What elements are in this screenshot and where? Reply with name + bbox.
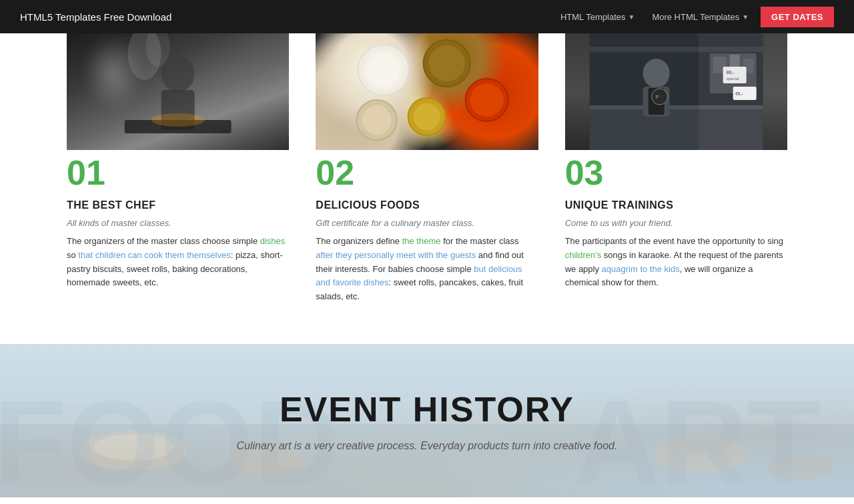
card-image-spices <box>316 33 538 150</box>
navbar-brand[interactable]: HTML5 Templates Free Download <box>20 11 171 23</box>
card-subtitle-2: Gift certificate for a culinary master c… <box>316 218 538 228</box>
nav-item-more-html-templates[interactable]: More HTML Templates ▼ <box>647 9 754 25</box>
card-subtitle-3: Come to us with your friend. <box>565 218 787 228</box>
card-title-1: THE BEST CHEF <box>67 199 289 211</box>
event-history-title: EVENT HISTORY <box>237 389 618 429</box>
card-delicious-foods: 02 DELICIOUS FOODS Gift certificate for … <box>316 33 538 304</box>
card-title-3: UNIQUE TRAININGS <box>565 199 787 211</box>
nav-label-html-templates: HTML Templates <box>560 12 626 22</box>
svg-rect-24 <box>589 105 763 109</box>
event-history-subtitle: Culinary art is a very creative process.… <box>237 440 618 452</box>
card-best-chef: 01 THE BEST CHEF All kinds of master cla… <box>67 33 289 304</box>
svg-text:89,-: 89,- <box>726 70 735 75</box>
chevron-down-icon-2: ▼ <box>742 13 749 21</box>
card-body-3: The participants of the event have the o… <box>565 235 787 290</box>
cards-grid: 01 THE BEST CHEF All kinds of master cla… <box>67 33 787 304</box>
svg-point-2 <box>161 55 195 92</box>
card-number-2: 02 <box>316 155 538 190</box>
svg-point-8 <box>368 54 400 86</box>
svg-rect-23 <box>589 107 763 150</box>
svg-rect-21 <box>729 55 739 73</box>
card-number-3: 03 <box>565 155 787 190</box>
nav-label-more-html-templates: More HTML Templates <box>652 12 739 22</box>
svg-point-14 <box>362 105 392 135</box>
svg-point-25 <box>643 59 669 88</box>
svg-point-33 <box>651 89 667 105</box>
chevron-down-icon: ▼ <box>628 13 634 21</box>
card-body-1: The organizers of the master class choos… <box>67 235 289 290</box>
svg-rect-18 <box>589 47 763 52</box>
card-body-2: The organizers define the theme for the … <box>316 235 538 304</box>
svg-rect-31 <box>733 87 756 100</box>
get-dates-button[interactable]: GET DATES <box>761 7 834 27</box>
navbar: HTML5 Templates Free Download HTML Templ… <box>0 0 854 33</box>
card-number-1: 01 <box>67 155 289 190</box>
svg-point-16 <box>414 103 440 130</box>
cards-section: 01 THE BEST CHEF All kinds of master cla… <box>0 33 854 344</box>
svg-text:49,-: 49,- <box>735 91 743 96</box>
svg-rect-28 <box>723 67 746 83</box>
svg-rect-22 <box>743 59 753 73</box>
card-unique-trainings: 89,- special 49,- P 03 UNIQUE TRAININGS … <box>565 33 787 304</box>
svg-point-5 <box>151 113 205 127</box>
event-history-section: FOOD ART EVENT HISTORY Culinary art is a… <box>0 344 854 497</box>
svg-text:special: special <box>726 77 739 81</box>
svg-rect-19 <box>709 53 756 93</box>
svg-rect-20 <box>713 57 726 73</box>
svg-text:P: P <box>655 94 659 100</box>
svg-point-12 <box>470 83 504 117</box>
card-subtitle-1: All kinds of master classes. <box>67 218 289 228</box>
card-image-kitchen: 89,- special 49,- P <box>565 33 787 150</box>
nav-item-html-templates[interactable]: HTML Templates ▼ <box>555 9 640 25</box>
svg-point-10 <box>429 45 465 81</box>
card-image-chef <box>67 33 289 150</box>
card-title-2: DELICIOUS FOODS <box>316 199 538 211</box>
navbar-nav: HTML Templates ▼ More HTML Templates ▼ G… <box>555 7 834 27</box>
event-history-content: EVENT HISTORY Culinary art is a very cre… <box>237 389 618 452</box>
